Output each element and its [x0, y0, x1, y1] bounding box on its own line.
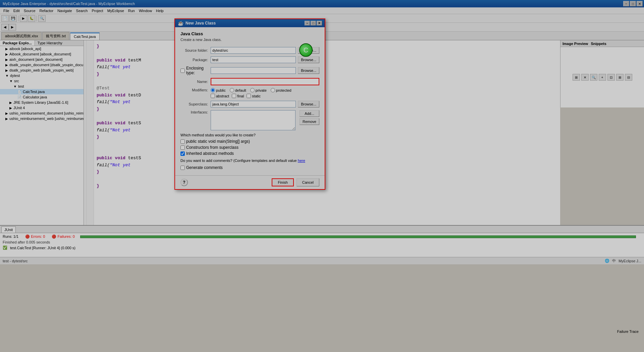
modal-overlay: [0, 0, 644, 352]
